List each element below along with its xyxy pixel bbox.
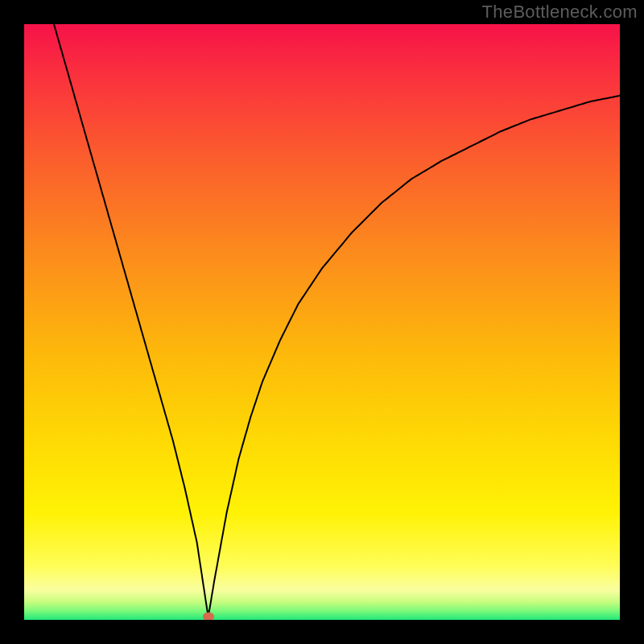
minimum-point-marker xyxy=(203,613,214,620)
watermark-text: TheBottleneck.com xyxy=(482,2,638,23)
chart-frame: TheBottleneck.com xyxy=(0,0,644,644)
plot-area xyxy=(24,24,620,620)
bottleneck-curve xyxy=(24,24,620,620)
